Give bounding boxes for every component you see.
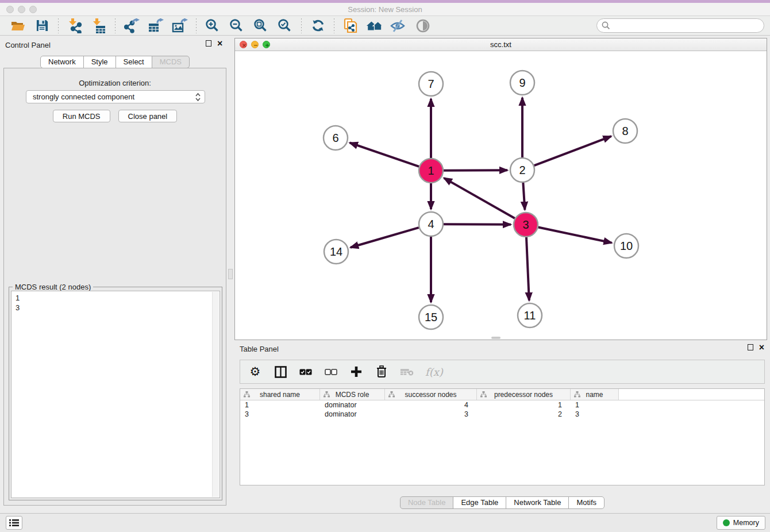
table-cell[interactable]: 2 [477,410,571,419]
export-network-icon[interactable] [123,17,140,34]
graph-edge-3-11[interactable] [526,237,529,300]
result-scrollbar[interactable] [212,292,219,497]
table-toolbar: ⚙ f(x) [240,360,765,384]
run-mcds-button[interactable]: Run MCDS [53,110,110,122]
tab-mcds[interactable]: MCDS [152,56,190,68]
graph-node-label: 3 [522,218,529,231]
control-panel-close-icon[interactable]: × [217,40,222,47]
tab-motifs[interactable]: Motifs [568,496,605,509]
tab-style[interactable]: Style [83,56,116,68]
graph-node-10[interactable]: 10 [614,234,638,258]
graph-node-14[interactable]: 14 [324,240,348,264]
deselect-all-icon[interactable] [324,365,338,379]
graph-node-9[interactable]: 9 [510,71,534,95]
close-panel-button[interactable]: Close panel [118,110,178,122]
table-cell[interactable]: 3 [240,410,320,419]
network-hscroll-handle[interactable] [491,337,500,339]
column-label: MCDS role [336,391,369,399]
graph-node-label: 4 [428,218,434,230]
delete-column-trash-icon[interactable] [375,365,388,379]
table-header-row: shared nameMCDS rolesuccessor nodesprede… [240,389,764,400]
table-cell[interactable]: 1 [240,400,320,410]
column-header-successor-nodes[interactable]: successor nodes [385,389,477,400]
graph-edge-3-10[interactable] [538,228,612,243]
copy-network-icon[interactable] [342,17,359,34]
result-line: 1 [16,293,215,303]
mcds-result-area[interactable]: 13 [11,291,220,498]
memory-button[interactable]: Memory [717,516,765,530]
graph-edge-4-14[interactable] [351,228,419,248]
graph-edge-2-3[interactable] [523,183,525,210]
table-cell[interactable]: 4 [385,400,477,410]
zoom-out-icon[interactable] [228,17,245,34]
graph-node-label: 15 [425,311,437,323]
tab-select[interactable]: Select [116,56,152,68]
table-panel-float-icon[interactable] [748,344,753,350]
save-session-icon[interactable] [33,17,51,34]
zoom-selected-icon[interactable] [276,17,294,34]
task-history-button[interactable] [6,516,22,530]
graph-canvas[interactable]: 7968124314101511 [235,51,767,340]
add-column-plus-icon[interactable] [349,365,363,379]
column-header-MCDS-role[interactable]: MCDS role [320,389,385,400]
zoom-fit-icon[interactable] [252,17,270,34]
graph-node-1[interactable]: 1 [419,159,443,183]
show-column-icon[interactable] [274,365,287,379]
table-cell[interactable]: 1 [571,400,619,410]
graph-node-7[interactable]: 7 [419,72,443,96]
show-panel-eye-icon[interactable] [414,17,432,34]
graph-edge-3-1[interactable] [444,178,515,218]
graph-node-8[interactable]: 8 [613,119,637,143]
search-input[interactable] [596,18,764,33]
table-cell[interactable]: 1 [477,400,571,410]
optimization-criterion-dropdown[interactable]: strongly connected component [26,90,205,103]
column-label: predecessor nodes [494,391,553,399]
table-cell[interactable]: dominator [320,410,385,419]
tab-edge-table[interactable]: Edge Table [453,496,506,509]
home-icon[interactable] [366,17,383,34]
graph-edge-1-2[interactable] [444,170,507,171]
function-builder-icon[interactable]: f(x) [425,366,443,378]
tab-network[interactable]: Network [40,56,84,68]
memory-label: Memory [733,519,759,527]
graph-edge-4-3[interactable] [444,224,511,225]
import-network-icon[interactable] [66,17,83,34]
table-settings-gear-icon[interactable]: ⚙ [248,365,262,379]
import-table-icon[interactable] [90,17,107,34]
graph-node-3[interactable]: 3 [514,213,538,237]
hide-panel-eye-slash-icon[interactable] [390,17,407,34]
table-cell[interactable]: 3 [385,410,477,419]
graph-node-11[interactable]: 11 [518,303,542,327]
table-cell[interactable]: 3 [571,410,619,419]
export-table-icon[interactable] [147,17,164,34]
graph-node-4[interactable]: 4 [419,212,443,236]
control-panel-tabs: NetworkStyleSelectMCDS [40,56,190,68]
export-image-icon[interactable] [171,17,188,34]
graph-node-15[interactable]: 15 [419,305,443,329]
control-panel-float-icon[interactable] [206,40,211,47]
result-line: 3 [16,303,215,313]
zoom-in-icon[interactable] [204,17,221,34]
column-header-predecessor-nodes[interactable]: predecessor nodes [477,389,571,400]
graph-edge-2-8[interactable] [534,136,611,165]
graph-node-label: 7 [428,78,434,90]
node-table[interactable]: shared nameMCDS rolesuccessor nodesprede… [240,388,765,485]
column-header-shared-name[interactable]: shared name [240,389,320,400]
tab-network-table[interactable]: Network Table [506,496,569,509]
table-panel-close-icon[interactable]: × [759,344,764,350]
panel-splitter-handle[interactable] [228,269,233,279]
table-cell[interactable]: dominator [320,400,385,410]
refresh-icon[interactable] [309,17,326,34]
table-row[interactable]: 1dominator411 [240,400,764,410]
graph-node-2[interactable]: 2 [510,158,534,182]
delete-table-icon[interactable] [400,365,414,379]
table-row[interactable]: 3dominator323 [240,410,764,419]
network-window-titlebar[interactable]: scc.txt [235,38,767,51]
select-all-icon[interactable] [299,365,313,379]
graph-node-label: 10 [620,240,633,252]
graph-edge-1-6[interactable] [350,142,419,166]
column-header-name[interactable]: name [571,389,619,400]
tab-node-table[interactable]: Node Table [400,496,454,509]
graph-node-6[interactable]: 6 [324,126,348,150]
open-session-icon[interactable] [9,17,26,34]
